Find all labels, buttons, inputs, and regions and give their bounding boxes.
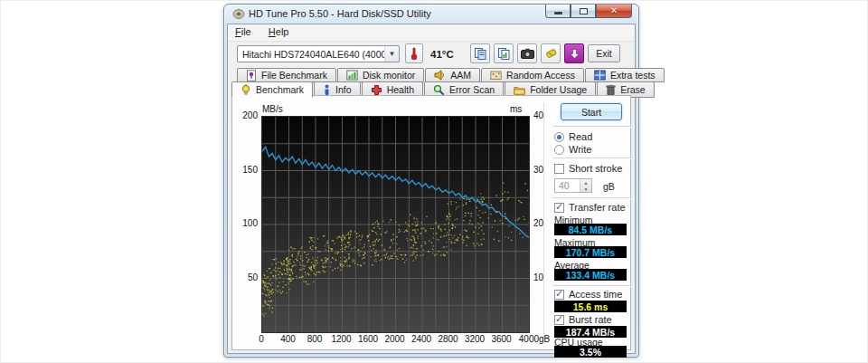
folder-usage-icon (514, 85, 525, 95)
write-radio[interactable]: Write (554, 144, 591, 155)
checkbox-checked-icon (554, 203, 564, 213)
download-icon (569, 48, 580, 60)
highlighter-icon (544, 47, 558, 61)
thermometer-icon (409, 46, 420, 61)
axis-tick: 3200 (465, 334, 485, 344)
axis-tick: 100 (234, 218, 258, 228)
exit-button[interactable]: Exit (588, 44, 620, 62)
maximum-value: 170.7 MB/s (554, 246, 627, 258)
chevron-down-icon: ▼ (384, 46, 399, 62)
tab-random-access[interactable]: Random Access (481, 68, 584, 82)
tab-benchmark[interactable]: Benchmark (231, 81, 313, 98)
axis-tick: 3600 (491, 334, 511, 344)
minimum-value: 84.5 MB/s (554, 224, 627, 235)
access-time-checkbox[interactable]: Access time (554, 289, 622, 300)
close-icon: ✕ (610, 6, 618, 15)
axis-tick: 40 (533, 110, 552, 120)
file-benchmark-icon (246, 70, 257, 81)
drive-select-value: Hitachi HDS724040ALE640 (4000 gB) (238, 49, 384, 60)
screenshot-canvas: HD Tune Pro 5.50 - Hard Disk/SSD Utility… (0, 0, 868, 363)
panel-divider (543, 103, 544, 342)
separator (552, 158, 632, 159)
benchmark-chart: MB/s ms 20015010050403020100400800120016… (232, 96, 549, 352)
copy-pages-icon (474, 47, 487, 61)
transfer-rate-checkbox[interactable]: Transfer rate (554, 202, 626, 213)
toolbar: Hitachi HDS724040ALE640 (4000 gB) ▼ 41°C (228, 41, 635, 68)
average-value: 133.4 MB/s (554, 269, 627, 281)
minimize-button[interactable] (545, 5, 571, 18)
access-time-value: 15.6 ms (554, 301, 627, 312)
export-image-icon (497, 47, 511, 61)
tab-disk-monitor[interactable]: Disk monitor (337, 68, 424, 82)
axis-tick: 1600 (358, 334, 378, 344)
axis-tick: 400 (280, 334, 296, 344)
save-screenshot-button[interactable] (494, 43, 514, 63)
axis-tick: 20 (533, 218, 552, 228)
radio-selected-icon (554, 132, 564, 142)
checkbox-checked-icon (554, 315, 564, 325)
axis-tick: 0 (259, 334, 264, 344)
client-area: File Help Hitachi HDS724040ALE640 (4000 … (227, 24, 636, 354)
temperature-button[interactable] (405, 43, 423, 63)
spinner-arrows[interactable]: ▲▼ (580, 179, 591, 192)
error-scan-icon (433, 84, 445, 96)
burst-rate-checkbox[interactable]: Burst rate (554, 314, 612, 325)
benchmark-tab-page: MB/s ms 20015010050403020100400800120016… (231, 95, 631, 350)
checkbox-checked-icon (554, 290, 564, 300)
spin-down-icon: ▼ (580, 186, 591, 192)
drive-select-dropdown[interactable]: Hitachi HDS724040ALE640 (4000 gB) ▼ (237, 45, 400, 62)
tab-file-benchmark[interactable]: File Benchmark (237, 68, 336, 82)
app-icon (232, 8, 245, 20)
aam-icon (434, 70, 446, 81)
update-download-button[interactable] (564, 43, 584, 63)
copy-to-clipboard-button[interactable] (470, 43, 490, 63)
right-axis-unit: ms (510, 104, 522, 114)
start-button[interactable]: Start (561, 103, 622, 120)
minimize-icon (554, 12, 562, 14)
axis-tick: 200 (234, 110, 258, 120)
axis-tick: 1200 (331, 334, 351, 344)
axis-tick: 50 (234, 272, 258, 282)
short-stroke-size-spinner[interactable]: 40 ▲▼ (554, 178, 592, 193)
random-access-icon (490, 70, 502, 81)
screenshot-button[interactable] (517, 43, 537, 63)
axis-tick: 150 (234, 165, 258, 175)
highlight-button[interactable] (541, 43, 561, 63)
tab-row-1: File Benchmark Disk monitor AAM (237, 68, 665, 82)
info-icon (323, 84, 331, 96)
benchmark-icon (241, 84, 251, 96)
axis-tick: 30 (533, 165, 552, 175)
tab-aam[interactable]: AAM (425, 68, 480, 82)
menu-help[interactable]: Help (261, 24, 297, 37)
maximize-button[interactable] (571, 5, 596, 18)
cpu-usage-value: 3.5% (554, 346, 627, 358)
radio-unselected-icon (554, 145, 564, 155)
erase-icon (606, 84, 616, 96)
titlebar[interactable]: HD Tune Pro 5.50 - Hard Disk/SSD Utility… (224, 5, 638, 24)
health-icon (371, 84, 382, 96)
disk-monitor-icon (346, 70, 358, 81)
close-button[interactable]: ✕ (596, 5, 632, 18)
camera-icon (521, 48, 534, 59)
temperature-value: 41°C (430, 49, 454, 60)
read-radio[interactable]: Read (554, 131, 592, 142)
separator (552, 285, 632, 287)
menubar: File Help (228, 24, 635, 42)
control-panel: Start Read Write Short stroke (551, 96, 632, 352)
menu-file[interactable]: File (228, 24, 259, 37)
axis-tick: 10 (533, 272, 552, 282)
window-title: HD Tune Pro 5.50 - Hard Disk/SSD Utility (249, 8, 431, 19)
left-axis-unit: MB/s (262, 104, 283, 114)
extra-tests-icon (594, 70, 606, 81)
axis-tick: 800 (307, 334, 323, 344)
short-stroke-checkbox[interactable]: Short stroke (554, 163, 622, 174)
chart-plot-area (261, 116, 530, 333)
maximize-icon (580, 8, 588, 14)
axis-tick: 2400 (411, 334, 431, 344)
tabstrip: File Benchmark Disk monitor AAM (228, 68, 635, 98)
axis-tick: 2000 (384, 334, 404, 344)
axis-tick: 4000gB (519, 334, 550, 344)
separator (552, 126, 632, 128)
checkbox-unchecked-icon (554, 164, 564, 174)
tab-extra-tests[interactable]: Extra tests (585, 68, 665, 82)
